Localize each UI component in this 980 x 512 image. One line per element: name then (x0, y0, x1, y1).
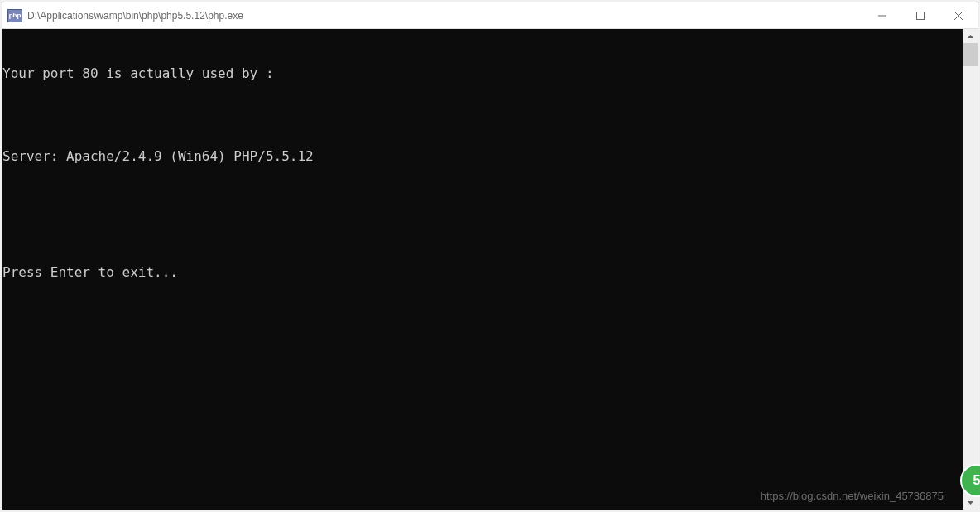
app-icon: php (7, 9, 22, 22)
minimize-icon (878, 12, 886, 20)
window-controls (863, 2, 978, 28)
console-window: php D:\Applications\wamp\bin\php\php5.5.… (2, 2, 978, 510)
scroll-thumb[interactable] (963, 43, 978, 66)
minimize-button[interactable] (863, 2, 901, 29)
close-icon (954, 12, 963, 20)
chevron-up-icon (968, 35, 973, 38)
chevron-down-icon (968, 501, 973, 505)
maximize-icon (916, 12, 925, 20)
app-icon-label: php (9, 12, 22, 19)
close-button[interactable] (939, 2, 978, 29)
console-line: Server: Apache/2.4.9 (Win64) PHP/5.5.12 (2, 148, 963, 165)
window-title: D:\Applications\wamp\bin\php\php5.5.12\p… (27, 10, 863, 22)
badge-text: 5 (973, 473, 980, 488)
console-output[interactable]: Your port 80 is actually used by : Serve… (2, 29, 963, 510)
watermark-text: https://blog.csdn.net/weixin_45736875 (761, 488, 944, 505)
console-line: Press Enter to exit... (2, 264, 963, 281)
scroll-down-button[interactable] (963, 495, 978, 510)
scroll-track[interactable] (963, 43, 978, 495)
vertical-scrollbar[interactable] (963, 29, 978, 510)
content-area: Your port 80 is actually used by : Serve… (2, 29, 978, 510)
scroll-up-button[interactable] (963, 29, 978, 43)
titlebar[interactable]: php D:\Applications\wamp\bin\php\php5.5.… (2, 2, 978, 29)
maximize-button[interactable] (901, 2, 939, 29)
console-line: Your port 80 is actually used by : (2, 65, 963, 82)
svg-rect-1 (917, 12, 925, 20)
